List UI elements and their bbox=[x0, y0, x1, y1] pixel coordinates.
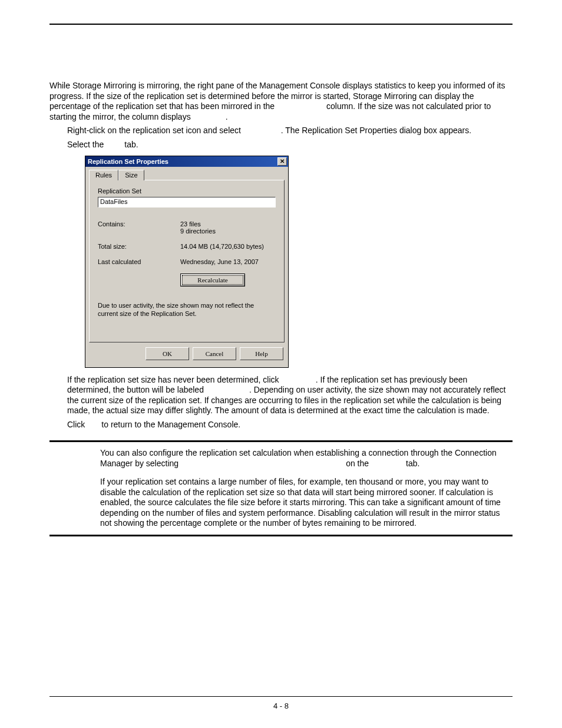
section-heading: Calculating Replication Set Size bbox=[49, 60, 513, 70]
total-size-value: 14.04 MB (14,720,630 bytes) bbox=[180, 243, 276, 250]
total-size-label: Total size: bbox=[98, 243, 180, 250]
ok-button[interactable]: OK bbox=[146, 347, 189, 360]
intro-text-end: . bbox=[226, 112, 228, 121]
step2-text-b: tab. bbox=[122, 140, 138, 149]
contains-label: Contains: bbox=[98, 220, 180, 235]
step1-text-b: . The Replication Set Properties dialog … bbox=[281, 126, 472, 135]
tab-rules[interactable]: Rules bbox=[89, 170, 118, 180]
recalculate-button[interactable]: Recalculate bbox=[180, 274, 245, 286]
step1-bold: Properties bbox=[243, 126, 281, 135]
note-paragraph-2: If your replication set contains a large… bbox=[100, 477, 513, 529]
note-paragraph-1: You can also configure the replication s… bbox=[100, 448, 513, 469]
note1-mid: on the bbox=[343, 459, 371, 468]
step2-bold: Size bbox=[106, 140, 122, 149]
intro-bold-2: Mirroring bbox=[193, 112, 226, 121]
step4-text-a: Click bbox=[67, 420, 87, 429]
note1-bold2: Mirroring bbox=[371, 459, 404, 468]
intro-bold-1: Mirror Status bbox=[277, 101, 324, 111]
step4-text-b: to return to the Management Console. bbox=[99, 420, 240, 429]
note1-b: tab. bbox=[404, 459, 419, 468]
contains-directories: 9 directories bbox=[180, 228, 276, 235]
dialog-titlebar: Replication Set Properties ✕ bbox=[85, 156, 288, 167]
page-footer: 4 - 8 bbox=[0, 696, 562, 710]
step3-bold-1: Calculate bbox=[281, 375, 315, 384]
step-4: Click OK to return to the Management Con… bbox=[67, 420, 513, 430]
tab-size[interactable]: Size bbox=[118, 170, 144, 180]
dialog-title: Replication Set Properties bbox=[88, 158, 168, 165]
last-calculated-label: Last calculated bbox=[98, 258, 180, 265]
step-1: Right-click on the replication set icon … bbox=[67, 126, 513, 136]
note1-bold1: Calculate Replication Set size on connec… bbox=[181, 459, 343, 468]
dialog-disclaimer: Due to user activity, the size shown may… bbox=[98, 302, 276, 318]
intro-paragraph: While Storage Mirroring is mirroring, th… bbox=[49, 81, 513, 122]
step2-text-a: Select the bbox=[67, 140, 106, 149]
page-number: 4 - 8 bbox=[0, 701, 562, 710]
last-calculated-value: Wednesday, June 13, 2007 bbox=[180, 258, 276, 265]
help-button[interactable]: Help bbox=[240, 347, 283, 360]
step3-text-a: If the replication set size has never be… bbox=[67, 375, 281, 384]
cancel-button[interactable]: Cancel bbox=[193, 347, 236, 360]
replication-set-label: Replication Set bbox=[98, 187, 276, 195]
replication-properties-dialog: Replication Set Properties ✕ Rules Size … bbox=[85, 156, 289, 368]
contains-files: 23 files bbox=[180, 220, 276, 228]
top-rule bbox=[49, 24, 513, 25]
step-3: If the replication set size has never be… bbox=[67, 375, 513, 416]
replication-set-field[interactable]: DataFiles bbox=[98, 197, 276, 207]
step3-bold-2: Recalculate bbox=[206, 385, 249, 394]
step4-bold: OK bbox=[87, 420, 99, 429]
close-icon[interactable]: ✕ bbox=[277, 157, 287, 166]
step-2: Select the Size tab. bbox=[67, 140, 513, 150]
note-box: NOTE: You can also configure the replica… bbox=[49, 440, 513, 536]
note-tag: NOTE: bbox=[49, 448, 85, 529]
tab-panel-size: Replication Set DataFiles Contains: 23 f… bbox=[89, 180, 285, 342]
step1-text-a: Right-click on the replication set icon … bbox=[67, 126, 243, 135]
